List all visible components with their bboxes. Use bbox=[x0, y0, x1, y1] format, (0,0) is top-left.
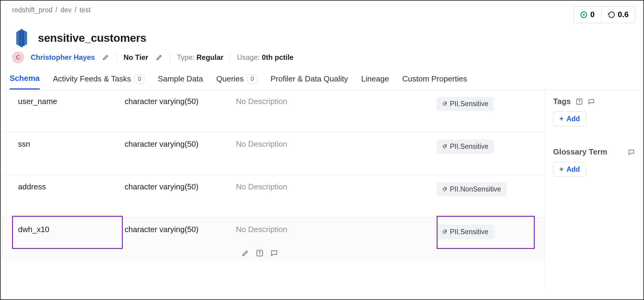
svg-point-11 bbox=[579, 103, 579, 103]
column-row[interactable]: ssncharacter varying(50)No DescriptionPI… bbox=[1, 132, 544, 175]
breadcrumb[interactable]: redshift_prod/ dev/ test bbox=[12, 6, 91, 14]
column-description: No Description bbox=[236, 139, 437, 149]
comment-icon[interactable] bbox=[588, 98, 595, 105]
column-type: character varying(50) bbox=[125, 225, 236, 234]
column-type: character varying(50) bbox=[125, 139, 236, 149]
tests-badge[interactable]: 0 bbox=[574, 6, 601, 23]
column-name: dwh_x10 bbox=[18, 225, 125, 234]
status-badges: 0 0.6 bbox=[574, 6, 636, 23]
column-description: No Description bbox=[236, 97, 437, 106]
tab-lineage[interactable]: Lineage bbox=[361, 71, 389, 89]
count-badge: 0 bbox=[247, 75, 257, 83]
side-panel: Tags +Add Glossary Term +Add bbox=[545, 90, 643, 288]
breadcrumb-item[interactable]: redshift_prod bbox=[12, 6, 52, 14]
plus-icon: + bbox=[559, 115, 563, 123]
column-row[interactable]: addresscharacter varying(50)No Descripti… bbox=[1, 175, 544, 218]
tab-bar: SchemaActivity Feeds & Tasks0Sample Data… bbox=[1, 71, 643, 90]
svg-marker-3 bbox=[20, 29, 23, 47]
svg-marker-0 bbox=[16, 30, 19, 46]
row-actions bbox=[241, 249, 278, 257]
tier-label: No Tier bbox=[123, 53, 148, 62]
plus-icon: + bbox=[559, 165, 563, 173]
tags-heading: Tags bbox=[553, 97, 635, 106]
column-type: character varying(50) bbox=[125, 182, 236, 191]
history-icon bbox=[608, 11, 615, 18]
meta-row: C Christopher Hayes No Tier Type: Regula… bbox=[1, 51, 643, 71]
column-name: user_name bbox=[18, 97, 125, 106]
page-title: sensitive_customers bbox=[38, 32, 146, 44]
help-icon[interactable] bbox=[576, 98, 583, 105]
tab-activity-feeds-tasks[interactable]: Activity Feeds & Tasks0 bbox=[53, 71, 145, 89]
glossary-heading: Glossary Term bbox=[553, 147, 635, 157]
avatar[interactable]: C bbox=[12, 51, 24, 63]
tab-queries[interactable]: Queries0 bbox=[216, 71, 257, 89]
svg-point-4 bbox=[445, 103, 446, 103]
tag-chip[interactable]: PII.NonSensitive bbox=[437, 182, 506, 196]
add-glossary-button[interactable]: +Add bbox=[553, 162, 586, 177]
tab-profiler-data-quality[interactable]: Profiler & Data Quality bbox=[271, 71, 348, 89]
svg-point-7 bbox=[445, 231, 446, 231]
schema-table: user_namecharacter varying(50)No Descrip… bbox=[1, 90, 545, 288]
svg-marker-2 bbox=[24, 30, 27, 46]
column-row[interactable]: user_namecharacter varying(50)No Descrip… bbox=[1, 90, 544, 132]
tab-schema[interactable]: Schema bbox=[10, 71, 40, 90]
column-description: No Description bbox=[236, 182, 437, 191]
svg-point-5 bbox=[445, 145, 446, 146]
tab-sample-data[interactable]: Sample Data bbox=[158, 71, 203, 89]
owner-link[interactable]: Christopher Hayes bbox=[31, 53, 95, 62]
svg-point-6 bbox=[445, 188, 446, 189]
comment-icon[interactable] bbox=[628, 148, 635, 156]
tab-custom-properties[interactable]: Custom Properties bbox=[402, 71, 467, 89]
column-name: address bbox=[18, 182, 125, 191]
column-row[interactable]: dwh_x10character varying(50)No Descripti… bbox=[1, 218, 544, 260]
target-icon bbox=[581, 11, 587, 18]
comment-icon[interactable] bbox=[270, 249, 278, 257]
redshift-logo-icon bbox=[12, 29, 31, 48]
column-type: character varying(50) bbox=[125, 97, 236, 106]
count-badge: 0 bbox=[135, 75, 144, 83]
tag-chip[interactable]: PII.Sensitive bbox=[437, 97, 494, 111]
breadcrumb-item[interactable]: dev bbox=[60, 6, 72, 14]
version-badge[interactable]: 0.6 bbox=[601, 6, 635, 23]
tag-chip[interactable]: PII.Sensitive bbox=[437, 139, 494, 154]
column-name: ssn bbox=[18, 139, 125, 149]
breadcrumb-item[interactable]: test bbox=[79, 6, 91, 14]
edit-tier-icon[interactable] bbox=[155, 53, 163, 62]
request-icon[interactable] bbox=[256, 249, 264, 257]
column-description: No Description bbox=[236, 225, 437, 234]
svg-point-9 bbox=[259, 255, 260, 255]
edit-icon[interactable] bbox=[241, 249, 249, 257]
tag-chip[interactable]: PII.Sensitive bbox=[437, 225, 494, 239]
add-tag-button[interactable]: +Add bbox=[553, 112, 586, 126]
edit-owner-icon[interactable] bbox=[101, 53, 110, 62]
